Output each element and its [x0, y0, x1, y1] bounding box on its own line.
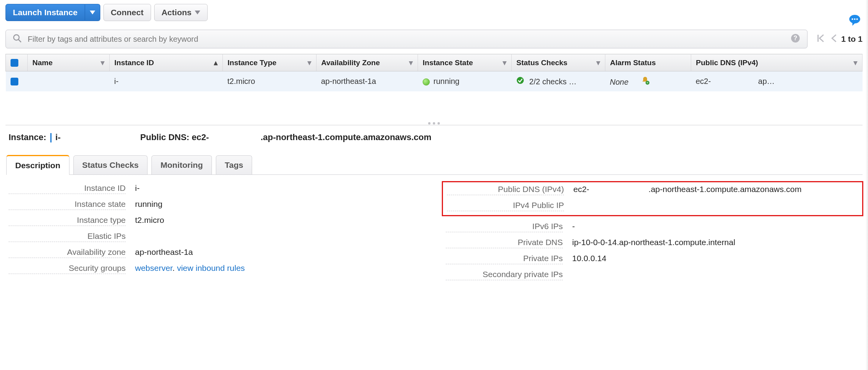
detail-instance-id: i-: [55, 132, 60, 142]
col-name[interactable]: Name▾: [28, 54, 110, 71]
description-left-column: Instance IDi- Instance staterunning Inst…: [9, 183, 422, 286]
public-ip-highlight: Public DNS (IPv4) ec2- .ap-northeast-1.c…: [442, 181, 863, 216]
cell-state: running: [418, 71, 512, 92]
col-az[interactable]: Availability Zone▾: [317, 54, 418, 71]
svg-marker-1: [195, 11, 200, 14]
sort-icon: ▾: [409, 58, 413, 67]
connect-button[interactable]: Connect: [103, 4, 151, 21]
filter-box[interactable]: ?: [5, 30, 808, 48]
splitter[interactable]: [5, 125, 863, 125]
description-panel: Instance IDi- Instance staterunning Inst…: [5, 175, 863, 286]
col-status-checks[interactable]: Status Checks▾: [512, 54, 605, 71]
drag-handle-icon[interactable]: [428, 122, 440, 125]
kv-instance-state: Instance staterunning: [9, 199, 422, 210]
table-header-row: Name▾ Instance ID▴ Instance Type▾ Availa…: [6, 54, 863, 71]
detail-instance-label: Instance:: [9, 132, 46, 142]
kv-secondary-private-ips: Secondary private IPs: [446, 270, 859, 280]
kv-security-groups: Security groupswebserver. view inbound r…: [9, 263, 422, 274]
toolbar: Launch Instance Connect Actions: [5, 4, 863, 21]
page-prev-icon[interactable]: [829, 31, 840, 47]
search-input[interactable]: [27, 34, 785, 44]
description-right-column: Public DNS (IPv4) ec2- .ap-northeast-1.c…: [446, 183, 859, 286]
state-running-icon: [423, 78, 430, 85]
sort-icon: ▾: [854, 58, 857, 67]
svg-text:?: ?: [793, 35, 797, 41]
sort-icon: ▾: [503, 58, 507, 67]
security-group-link[interactable]: webserver: [135, 263, 173, 272]
kv-private-ips: Private IPs10.0.0.14: [446, 254, 859, 264]
svg-point-5: [854, 18, 856, 20]
svg-point-12: [517, 77, 524, 84]
page-first-icon[interactable]: [815, 31, 827, 47]
help-icon[interactable]: ?: [791, 34, 800, 45]
kv-public-ip: IPv4 Public IP: [447, 201, 858, 211]
launch-instance-group: Launch Instance: [5, 4, 100, 21]
cell-name: [28, 71, 110, 92]
caret-down-icon: [195, 11, 200, 14]
cell-instance-id: i-: [110, 71, 223, 92]
cell-alarm-status: None +: [605, 71, 691, 92]
svg-point-4: [852, 18, 853, 20]
svg-point-7: [14, 35, 19, 40]
actions-button[interactable]: Actions: [154, 4, 208, 21]
kv-instance-type: Instance typet2.micro: [9, 215, 422, 226]
cell-az: ap-northeast-1a: [317, 71, 418, 92]
text-cursor-icon: [50, 133, 52, 142]
svg-point-6: [856, 18, 858, 20]
launch-instance-dropdown-button[interactable]: [85, 4, 100, 21]
caret-down-icon: [90, 11, 95, 14]
col-instance-type[interactable]: Instance Type▾: [223, 54, 317, 71]
actions-label: Actions: [162, 8, 192, 17]
svg-text:+: +: [646, 81, 648, 85]
sort-icon: ▾: [101, 58, 105, 67]
svg-marker-0: [90, 11, 95, 14]
col-state[interactable]: Instance State▾: [418, 54, 512, 71]
launch-instance-button[interactable]: Launch Instance: [5, 4, 85, 21]
kv-availability-zone: Availability zoneap-northeast-1a: [9, 247, 422, 258]
table-row[interactable]: i- t2.micro ap-northeast-1a running 2/2 …: [6, 71, 863, 92]
col-alarm-status[interactable]: Alarm Status: [605, 54, 691, 71]
search-icon: [13, 34, 21, 44]
instances-table: Name▾ Instance ID▴ Instance Type▾ Availa…: [5, 54, 863, 91]
tab-tags[interactable]: Tags: [216, 155, 252, 174]
kv-ipv6: IPv6 IPs-: [446, 222, 859, 232]
row-checkbox[interactable]: [11, 78, 18, 85]
col-instance-id[interactable]: Instance ID▴: [110, 54, 223, 71]
detail-dns-label: Public DNS:: [140, 132, 189, 142]
tab-status-checks[interactable]: Status Checks: [73, 155, 148, 174]
svg-line-8: [19, 39, 21, 42]
kv-instance-id: Instance IDi-: [9, 183, 422, 194]
col-checkbox[interactable]: [6, 54, 28, 71]
cell-status-checks: 2/2 checks …: [512, 71, 605, 92]
tab-description[interactable]: Description: [6, 155, 69, 175]
view-inbound-rules-link[interactable]: view inbound rules: [177, 263, 245, 272]
pager: 1 to 1: [815, 31, 863, 47]
filter-row: ? 1 to 1: [5, 30, 863, 48]
sort-icon: ▾: [596, 58, 600, 67]
kv-public-dns: Public DNS (IPv4) ec2- .ap-northeast-1.c…: [447, 185, 858, 195]
check-circle-icon: [516, 77, 526, 86]
page-range-label: 1 to 1: [841, 34, 863, 44]
alarm-add-icon[interactable]: +: [641, 78, 649, 86]
sort-icon: ▾: [308, 58, 311, 67]
cell-public-dns: ec2- ap…: [691, 71, 863, 92]
detail-dns-prefix: ec2-: [192, 132, 209, 142]
feedback-icon[interactable]: [848, 14, 861, 28]
sort-asc-icon: ▴: [214, 58, 218, 67]
tab-monitoring[interactable]: Monitoring: [151, 155, 212, 174]
detail-tabs: Description Status Checks Monitoring Tag…: [6, 155, 863, 175]
kv-elastic-ips: Elastic IPs: [9, 231, 422, 242]
kv-private-dns: Private DNSip-10-0-0-14.ap-northeast-1.c…: [446, 238, 859, 248]
cell-instance-type: t2.micro: [223, 71, 317, 92]
detail-dns-suffix: .ap-northeast-1.compute.amazonaws.com: [261, 132, 432, 142]
select-all-checkbox[interactable]: [11, 59, 18, 67]
col-public-dns[interactable]: Public DNS (IPv4)▾: [691, 54, 863, 71]
detail-header: Instance: i- Public DNS: ec2- .ap-northe…: [5, 125, 863, 142]
